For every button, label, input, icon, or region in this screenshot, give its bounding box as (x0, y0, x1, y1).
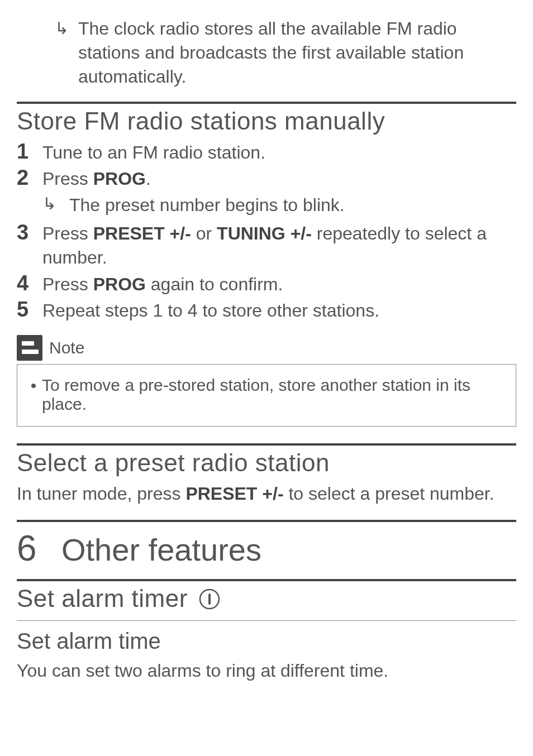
step-result-text: The preset number begins to blink. (69, 192, 345, 217)
divider-thick (17, 443, 516, 446)
chapter-heading: 6 Other features (17, 528, 516, 569)
note-icon (17, 335, 42, 361)
text-bold: PRESET +/- (93, 223, 191, 243)
page: ↳ The clock radio stores all the availab… (0, 0, 533, 756)
text-segment: to select a preset number. (284, 484, 494, 504)
text-segment: In tuner mode, press (17, 484, 185, 504)
step: 4 Press PROG again to confirm. (17, 271, 516, 296)
divider-thick (17, 579, 516, 581)
subsection-heading-alarm-time: Set alarm time (17, 629, 516, 654)
note-label: Note (49, 338, 84, 357)
text-segment: Press (42, 169, 93, 189)
chapter-title: Other features (61, 532, 261, 568)
step: 1 Tune to an FM radio station. (17, 140, 516, 165)
step-text: Press PROG again to confirm. (42, 271, 283, 296)
svg-rect-1 (208, 594, 211, 605)
steps-list: 1 Tune to an FM radio station. 2 Press P… (17, 140, 516, 323)
section-heading-alarm: Set alarm timer (17, 585, 516, 616)
step-number: 1 (17, 140, 42, 162)
text-segment: Tune to an FM radio station. (42, 142, 265, 162)
bullet-icon: • (25, 376, 42, 414)
text-segment: again to confirm. (146, 274, 283, 294)
step-text: Press PRESET +/- or TUNING +/- repeatedl… (42, 221, 516, 270)
text-segment: Repeat steps 1 to 4 to store other stati… (42, 300, 379, 320)
step-number: 3 (17, 221, 42, 243)
text-bold: TUNING +/- (217, 223, 312, 243)
text-segment: Press (42, 223, 93, 243)
step-number: 5 (17, 298, 42, 320)
section-heading-alarm-text: Set alarm timer (17, 585, 188, 612)
note-item: • To remove a pre-stored station, store … (25, 376, 508, 414)
select-paragraph: In tuner mode, press PRESET +/- to selec… (17, 481, 516, 506)
step-text: Press PROG. (42, 166, 151, 191)
note-header: Note (17, 335, 516, 361)
text-segment: . (146, 169, 151, 189)
alarm-paragraph: You can set two alarms to ring at differ… (17, 658, 516, 683)
step-text: Repeat steps 1 to 4 to store other stati… (42, 298, 379, 323)
intro-result-text: The clock radio stores all the available… (78, 17, 516, 89)
divider-thick (17, 520, 516, 522)
step: 3 Press PRESET +/- or TUNING +/- repeate… (17, 221, 516, 270)
info-circle-icon (198, 588, 221, 616)
divider-thin (17, 620, 516, 621)
intro-result: ↳ The clock radio stores all the availab… (17, 17, 516, 89)
note-box: • To remove a pre-stored station, store … (17, 364, 516, 427)
text-segment: or (191, 223, 217, 243)
divider-thick (17, 102, 516, 104)
result-arrow-icon: ↳ (55, 17, 78, 37)
step-result: ↳ The preset number begins to blink. (17, 192, 516, 217)
step: 5 Repeat steps 1 to 4 to store other sta… (17, 298, 516, 323)
text-bold: PROG (93, 169, 146, 189)
text-bold: PRESET +/- (185, 484, 283, 504)
chapter-number: 6 (17, 528, 61, 569)
step-number: 4 (17, 271, 42, 294)
text-bold: PROG (93, 274, 146, 294)
result-arrow-icon: ↳ (42, 192, 69, 212)
step: 2 Press PROG. (17, 166, 516, 191)
section-heading-select: Select a preset radio station (17, 449, 516, 477)
step-text: Tune to an FM radio station. (42, 140, 265, 165)
text-segment: Press (42, 274, 93, 294)
note-text: To remove a pre-stored station, store an… (42, 376, 508, 414)
section-heading-store: Store FM radio stations manually (17, 107, 516, 135)
step-number: 2 (17, 166, 42, 188)
